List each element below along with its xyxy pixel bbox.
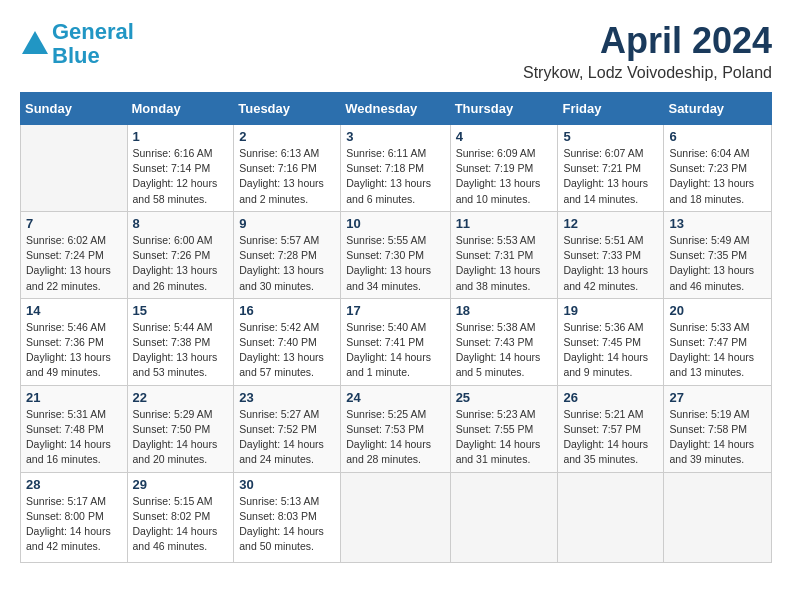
day-number: 19 <box>563 303 658 318</box>
day-info: Sunrise: 5:42 AMSunset: 7:40 PMDaylight:… <box>239 321 324 379</box>
day-info: Sunrise: 5:57 AMSunset: 7:28 PMDaylight:… <box>239 234 324 292</box>
day-number: 6 <box>669 129 766 144</box>
calendar-cell: 22 Sunrise: 5:29 AMSunset: 7:50 PMDaylig… <box>127 385 234 472</box>
day-info: Sunrise: 6:09 AMSunset: 7:19 PMDaylight:… <box>456 147 541 205</box>
day-number: 4 <box>456 129 553 144</box>
calendar-cell: 17 Sunrise: 5:40 AMSunset: 7:41 PMDaylig… <box>341 298 450 385</box>
day-info: Sunrise: 5:21 AMSunset: 7:57 PMDaylight:… <box>563 408 648 466</box>
day-number: 2 <box>239 129 335 144</box>
calendar-table: SundayMondayTuesdayWednesdayThursdayFrid… <box>20 92 772 563</box>
day-number: 15 <box>133 303 229 318</box>
calendar-week-row: 7 Sunrise: 6:02 AMSunset: 7:24 PMDayligh… <box>21 211 772 298</box>
calendar-cell: 20 Sunrise: 5:33 AMSunset: 7:47 PMDaylig… <box>664 298 772 385</box>
day-number: 23 <box>239 390 335 405</box>
calendar-cell: 3 Sunrise: 6:11 AMSunset: 7:18 PMDayligh… <box>341 125 450 212</box>
calendar-cell: 9 Sunrise: 5:57 AMSunset: 7:28 PMDayligh… <box>234 211 341 298</box>
calendar-cell: 30 Sunrise: 5:13 AMSunset: 8:03 PMDaylig… <box>234 472 341 562</box>
day-number: 8 <box>133 216 229 231</box>
day-number: 26 <box>563 390 658 405</box>
day-number: 10 <box>346 216 444 231</box>
day-info: Sunrise: 5:31 AMSunset: 7:48 PMDaylight:… <box>26 408 111 466</box>
day-number: 17 <box>346 303 444 318</box>
page-header: General Blue April 2024 Strykow, Lodz Vo… <box>20 20 772 82</box>
day-info: Sunrise: 6:07 AMSunset: 7:21 PMDaylight:… <box>563 147 648 205</box>
day-info: Sunrise: 5:51 AMSunset: 7:33 PMDaylight:… <box>563 234 648 292</box>
calendar-cell: 23 Sunrise: 5:27 AMSunset: 7:52 PMDaylig… <box>234 385 341 472</box>
day-info: Sunrise: 5:46 AMSunset: 7:36 PMDaylight:… <box>26 321 111 379</box>
calendar-week-row: 1 Sunrise: 6:16 AMSunset: 7:14 PMDayligh… <box>21 125 772 212</box>
weekday-header: Thursday <box>450 93 558 125</box>
calendar-cell: 21 Sunrise: 5:31 AMSunset: 7:48 PMDaylig… <box>21 385 128 472</box>
calendar-cell: 26 Sunrise: 5:21 AMSunset: 7:57 PMDaylig… <box>558 385 664 472</box>
calendar-cell: 10 Sunrise: 5:55 AMSunset: 7:30 PMDaylig… <box>341 211 450 298</box>
day-number: 25 <box>456 390 553 405</box>
svg-marker-0 <box>22 31 48 54</box>
calendar-cell <box>558 472 664 562</box>
calendar-cell: 19 Sunrise: 5:36 AMSunset: 7:45 PMDaylig… <box>558 298 664 385</box>
day-info: Sunrise: 5:38 AMSunset: 7:43 PMDaylight:… <box>456 321 541 379</box>
month-title: April 2024 <box>523 20 772 62</box>
day-number: 22 <box>133 390 229 405</box>
calendar-cell: 28 Sunrise: 5:17 AMSunset: 8:00 PMDaylig… <box>21 472 128 562</box>
calendar-cell: 13 Sunrise: 5:49 AMSunset: 7:35 PMDaylig… <box>664 211 772 298</box>
calendar-cell: 1 Sunrise: 6:16 AMSunset: 7:14 PMDayligh… <box>127 125 234 212</box>
day-number: 30 <box>239 477 335 492</box>
calendar-cell: 11 Sunrise: 5:53 AMSunset: 7:31 PMDaylig… <box>450 211 558 298</box>
calendar-cell: 8 Sunrise: 6:00 AMSunset: 7:26 PMDayligh… <box>127 211 234 298</box>
day-number: 21 <box>26 390 122 405</box>
calendar-cell: 29 Sunrise: 5:15 AMSunset: 8:02 PMDaylig… <box>127 472 234 562</box>
weekday-header-row: SundayMondayTuesdayWednesdayThursdayFrid… <box>21 93 772 125</box>
day-number: 11 <box>456 216 553 231</box>
calendar-cell <box>450 472 558 562</box>
calendar-cell: 24 Sunrise: 5:25 AMSunset: 7:53 PMDaylig… <box>341 385 450 472</box>
day-number: 16 <box>239 303 335 318</box>
calendar-cell: 14 Sunrise: 5:46 AMSunset: 7:36 PMDaylig… <box>21 298 128 385</box>
day-info: Sunrise: 5:55 AMSunset: 7:30 PMDaylight:… <box>346 234 431 292</box>
day-info: Sunrise: 5:27 AMSunset: 7:52 PMDaylight:… <box>239 408 324 466</box>
calendar-cell: 25 Sunrise: 5:23 AMSunset: 7:55 PMDaylig… <box>450 385 558 472</box>
day-info: Sunrise: 5:40 AMSunset: 7:41 PMDaylight:… <box>346 321 431 379</box>
calendar-cell <box>21 125 128 212</box>
day-info: Sunrise: 5:25 AMSunset: 7:53 PMDaylight:… <box>346 408 431 466</box>
calendar-cell <box>664 472 772 562</box>
day-number: 13 <box>669 216 766 231</box>
weekday-header: Sunday <box>21 93 128 125</box>
weekday-header: Friday <box>558 93 664 125</box>
day-info: Sunrise: 5:15 AMSunset: 8:02 PMDaylight:… <box>133 495 218 553</box>
calendar-cell: 4 Sunrise: 6:09 AMSunset: 7:19 PMDayligh… <box>450 125 558 212</box>
day-number: 24 <box>346 390 444 405</box>
weekday-header: Tuesday <box>234 93 341 125</box>
day-info: Sunrise: 6:04 AMSunset: 7:23 PMDaylight:… <box>669 147 754 205</box>
day-info: Sunrise: 6:16 AMSunset: 7:14 PMDaylight:… <box>133 147 218 205</box>
day-number: 18 <box>456 303 553 318</box>
day-number: 5 <box>563 129 658 144</box>
day-info: Sunrise: 5:44 AMSunset: 7:38 PMDaylight:… <box>133 321 218 379</box>
day-info: Sunrise: 5:13 AMSunset: 8:03 PMDaylight:… <box>239 495 324 553</box>
day-number: 28 <box>26 477 122 492</box>
day-info: Sunrise: 5:23 AMSunset: 7:55 PMDaylight:… <box>456 408 541 466</box>
day-number: 12 <box>563 216 658 231</box>
calendar-cell: 5 Sunrise: 6:07 AMSunset: 7:21 PMDayligh… <box>558 125 664 212</box>
day-number: 9 <box>239 216 335 231</box>
day-info: Sunrise: 5:19 AMSunset: 7:58 PMDaylight:… <box>669 408 754 466</box>
weekday-header: Monday <box>127 93 234 125</box>
day-info: Sunrise: 6:13 AMSunset: 7:16 PMDaylight:… <box>239 147 324 205</box>
day-info: Sunrise: 5:49 AMSunset: 7:35 PMDaylight:… <box>669 234 754 292</box>
calendar-cell: 12 Sunrise: 5:51 AMSunset: 7:33 PMDaylig… <box>558 211 664 298</box>
day-info: Sunrise: 6:02 AMSunset: 7:24 PMDaylight:… <box>26 234 111 292</box>
calendar-week-row: 28 Sunrise: 5:17 AMSunset: 8:00 PMDaylig… <box>21 472 772 562</box>
day-info: Sunrise: 5:53 AMSunset: 7:31 PMDaylight:… <box>456 234 541 292</box>
day-number: 7 <box>26 216 122 231</box>
logo-text: General Blue <box>52 20 134 68</box>
calendar-cell <box>341 472 450 562</box>
calendar-week-row: 21 Sunrise: 5:31 AMSunset: 7:48 PMDaylig… <box>21 385 772 472</box>
calendar-cell: 2 Sunrise: 6:13 AMSunset: 7:16 PMDayligh… <box>234 125 341 212</box>
logo: General Blue <box>20 20 134 68</box>
day-number: 27 <box>669 390 766 405</box>
day-info: Sunrise: 5:17 AMSunset: 8:00 PMDaylight:… <box>26 495 111 553</box>
day-number: 14 <box>26 303 122 318</box>
day-number: 20 <box>669 303 766 318</box>
day-info: Sunrise: 5:33 AMSunset: 7:47 PMDaylight:… <box>669 321 754 379</box>
title-area: April 2024 Strykow, Lodz Voivodeship, Po… <box>523 20 772 82</box>
calendar-cell: 7 Sunrise: 6:02 AMSunset: 7:24 PMDayligh… <box>21 211 128 298</box>
